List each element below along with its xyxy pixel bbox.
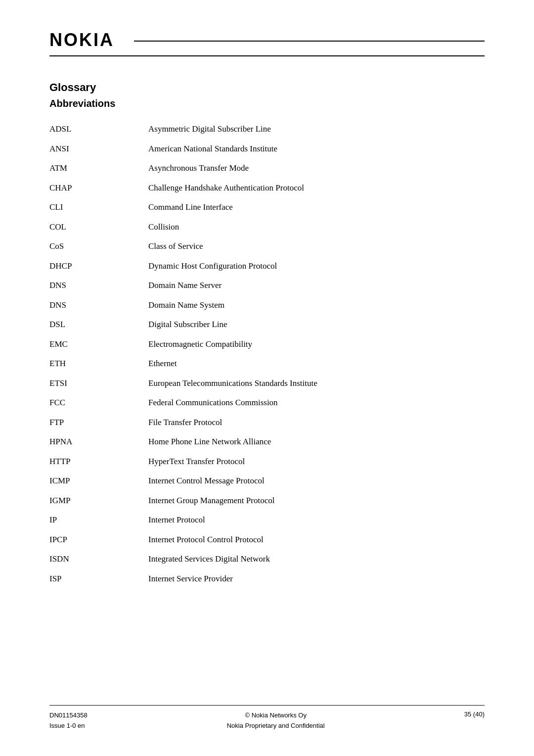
page-footer: DN01154358 Issue 1-0 en © Nokia Networks… bbox=[49, 705, 485, 731]
abbreviation-abbr: ETH bbox=[49, 354, 148, 374]
abbreviation-definition: Domain Name System bbox=[148, 295, 485, 315]
abbreviation-definition: Digital Subscriber Line bbox=[148, 315, 485, 334]
abbreviation-abbr: IGMP bbox=[49, 491, 148, 511]
table-row: DNSDomain Name System bbox=[49, 295, 485, 315]
abbreviation-abbr: CHAP bbox=[49, 178, 148, 198]
table-row: HPNAHome Phone Line Network Alliance bbox=[49, 432, 485, 452]
abbreviation-abbr: IP bbox=[49, 510, 148, 530]
abbreviation-definition: File Transfer Protocol bbox=[148, 413, 485, 432]
table-row: DHCPDynamic Host Configuration Protocol bbox=[49, 256, 485, 276]
abbreviation-definition: Asymmetric Digital Subscriber Line bbox=[148, 119, 485, 139]
abbreviation-definition: Dynamic Host Configuration Protocol bbox=[148, 256, 485, 276]
abbreviation-definition: Internet Control Message Protocol bbox=[148, 471, 485, 491]
table-row: DSLDigital Subscriber Line bbox=[49, 315, 485, 334]
table-row: DNSDomain Name Server bbox=[49, 276, 485, 295]
abbreviations-table: ADSLAsymmetric Digital Subscriber LineAN… bbox=[49, 119, 485, 588]
doc-number: DN01154358 bbox=[49, 710, 88, 721]
abbreviation-abbr: HPNA bbox=[49, 432, 148, 452]
abbreviation-definition: Asynchronous Transfer Mode bbox=[148, 158, 485, 178]
abbreviation-abbr: ETSI bbox=[49, 374, 148, 393]
abbreviation-definition: Internet Protocol bbox=[148, 510, 485, 530]
page-header: NOKIA bbox=[49, 30, 485, 56]
table-row: ICMPInternet Control Message Protocol bbox=[49, 471, 485, 491]
abbreviation-abbr: DSL bbox=[49, 315, 148, 334]
table-row: ETSIEuropean Telecommunications Standard… bbox=[49, 374, 485, 393]
abbreviation-definition: Domain Name Server bbox=[148, 276, 485, 295]
abbreviation-definition: European Telecommunications Standards In… bbox=[148, 374, 485, 393]
abbreviation-abbr: CoS bbox=[49, 236, 148, 256]
footer-center: © Nokia Networks Oy Nokia Proprietary an… bbox=[227, 710, 325, 731]
abbreviation-abbr: COL bbox=[49, 217, 148, 237]
abbreviation-definition: Internet Service Provider bbox=[148, 569, 485, 589]
abbreviations-subtitle: Abbreviations bbox=[49, 98, 485, 109]
abbreviation-abbr: FCC bbox=[49, 393, 148, 413]
glossary-title: Glossary bbox=[49, 81, 485, 94]
abbreviation-definition: Federal Communications Commission bbox=[148, 393, 485, 413]
table-row: IPCPInternet Protocol Control Protocol bbox=[49, 530, 485, 550]
header-divider bbox=[134, 41, 485, 42]
abbreviation-definition: HyperText Transfer Protocol bbox=[148, 452, 485, 472]
abbreviation-definition: Ethernet bbox=[148, 354, 485, 374]
nokia-logo: NOKIA bbox=[49, 30, 114, 50]
abbreviation-abbr: ANSI bbox=[49, 139, 148, 159]
table-row: IPInternet Protocol bbox=[49, 510, 485, 530]
copyright-line1: © Nokia Networks Oy bbox=[227, 710, 325, 721]
table-row: ISPInternet Service Provider bbox=[49, 569, 485, 589]
issue-label: Issue 1-0 en bbox=[49, 721, 88, 731]
table-row: CoSClass of Service bbox=[49, 236, 485, 256]
abbreviation-definition: Challenge Handshake Authentication Proto… bbox=[148, 178, 485, 198]
table-row: ETHEthernet bbox=[49, 354, 485, 374]
abbreviation-abbr: ICMP bbox=[49, 471, 148, 491]
page: NOKIA Glossary Abbreviations ADSLAsymmet… bbox=[0, 0, 534, 756]
table-row: COLCollision bbox=[49, 217, 485, 237]
table-row: ATMAsynchronous Transfer Mode bbox=[49, 158, 485, 178]
table-row: EMCElectromagnetic Compatibility bbox=[49, 334, 485, 354]
abbreviation-definition: Class of Service bbox=[148, 236, 485, 256]
abbreviation-abbr: IPCP bbox=[49, 530, 148, 550]
table-row: CHAPChallenge Handshake Authentication P… bbox=[49, 178, 485, 198]
abbreviation-abbr: ISDN bbox=[49, 549, 148, 569]
table-row: ANSIAmerican National Standards Institut… bbox=[49, 139, 485, 159]
abbreviation-abbr: ATM bbox=[49, 158, 148, 178]
abbreviation-definition: Internet Protocol Control Protocol bbox=[148, 530, 485, 550]
table-row: ADSLAsymmetric Digital Subscriber Line bbox=[49, 119, 485, 139]
abbreviation-abbr: ADSL bbox=[49, 119, 148, 139]
abbreviation-abbr: DNS bbox=[49, 276, 148, 295]
table-row: IGMPInternet Group Management Protocol bbox=[49, 491, 485, 511]
table-row: FCCFederal Communications Commission bbox=[49, 393, 485, 413]
abbreviation-definition: Home Phone Line Network Alliance bbox=[148, 432, 485, 452]
page-number: 35 (40) bbox=[464, 710, 485, 718]
abbreviation-definition: Integrated Services Digital Network bbox=[148, 549, 485, 569]
abbreviation-abbr: EMC bbox=[49, 334, 148, 354]
copyright-line2: Nokia Proprietary and Confidential bbox=[227, 721, 325, 731]
abbreviation-abbr: FTP bbox=[49, 413, 148, 432]
table-row: HTTPHyperText Transfer Protocol bbox=[49, 452, 485, 472]
abbreviation-definition: Command Line Interface bbox=[148, 197, 485, 217]
abbreviation-abbr: DHCP bbox=[49, 256, 148, 276]
abbreviation-abbr: DNS bbox=[49, 295, 148, 315]
abbreviation-abbr: HTTP bbox=[49, 452, 148, 472]
abbreviation-abbr: ISP bbox=[49, 569, 148, 589]
abbreviation-definition: Electromagnetic Compatibility bbox=[148, 334, 485, 354]
table-row: FTPFile Transfer Protocol bbox=[49, 413, 485, 432]
abbreviation-definition: Collision bbox=[148, 217, 485, 237]
abbreviation-definition: Internet Group Management Protocol bbox=[148, 491, 485, 511]
table-row: ISDNIntegrated Services Digital Network bbox=[49, 549, 485, 569]
abbreviation-definition: American National Standards Institute bbox=[148, 139, 485, 159]
footer-left: DN01154358 Issue 1-0 en bbox=[49, 710, 88, 731]
abbreviation-abbr: CLI bbox=[49, 197, 148, 217]
table-row: CLICommand Line Interface bbox=[49, 197, 485, 217]
